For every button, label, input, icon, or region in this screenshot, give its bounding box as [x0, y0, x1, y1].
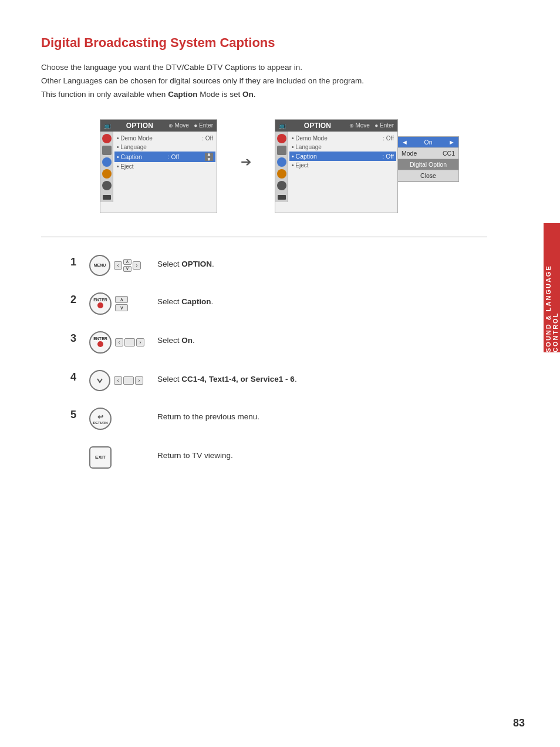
dpad-1: ‹ ∧ ∨ ›	[114, 259, 141, 272]
osd-right-icon: 📺	[279, 122, 286, 129]
enter-dot-2	[97, 302, 103, 308]
step-1-buttons: MENU ‹ ∧ ∨ ›	[89, 255, 148, 276]
popup-digital-option-btn[interactable]: Digital Option	[398, 159, 458, 170]
step-2: 2 ENTER ∧ ∨ Select Caption.	[70, 292, 487, 315]
step-exit-text: Return to TV viewing.	[157, 446, 233, 462]
step-1-text: Select OPTION.	[157, 255, 214, 270]
osd-arrow: ➔	[235, 154, 257, 170]
osd-right-icon-1	[277, 134, 286, 143]
steps-section: 1 MENU ‹ ∧ ∨ › Select OPTION. 2	[41, 255, 487, 469]
osd-right-icon-4	[277, 169, 286, 179]
osd-right-header: 📺 OPTION ⊕ Move ● Enter	[275, 120, 397, 132]
dpad-right-3[interactable]: ›	[136, 338, 144, 346]
desc-line-3: This function in only available when Cap…	[41, 90, 255, 99]
popup-on-row: ◄ On ►	[398, 137, 458, 148]
enter-button-2[interactable]: ENTER	[89, 292, 112, 315]
down-icon	[94, 375, 106, 386]
step-1: 1 MENU ‹ ∧ ∨ › Select OPTION.	[70, 255, 487, 276]
osd-right: 📺 OPTION ⊕ Move ● Enter • Demo	[275, 119, 398, 213]
page-title: Digital Broadcasting System Captions	[41, 35, 487, 51]
description: Choose the language you want the DTV/Cab…	[41, 61, 487, 102]
osd-right-body: • Demo Mode : Off • Language • Caption :…	[275, 132, 397, 202]
osd-icon-4	[102, 169, 112, 179]
step-1-number: 1	[70, 256, 80, 268]
osd-right-row-1: • Demo Mode : Off	[292, 134, 394, 143]
osd-right-title: OPTION	[304, 122, 331, 130]
step-5-text: Return to the previous menu.	[157, 408, 259, 423]
section-divider	[41, 237, 487, 237]
enter-label-3: ENTER	[93, 337, 107, 341]
osd-right-icon-6	[278, 195, 286, 200]
dpad-left-3[interactable]: ‹	[115, 338, 123, 346]
dpad-down-2[interactable]: ∨	[115, 304, 128, 311]
step-5-buttons: ↩ RETURN	[89, 408, 148, 430]
osd-row-2: • Language	[117, 143, 213, 152]
popup-close-btn[interactable]: Close	[398, 170, 458, 181]
step-4-number: 4	[70, 371, 80, 383]
osd-right-row-3: • Caption : Off	[289, 152, 396, 161]
dpad-center-4	[123, 376, 134, 385]
return-button[interactable]: ↩ RETURN	[89, 408, 112, 430]
exit-button[interactable]: EXIT	[89, 446, 112, 469]
popup-left-arrow: ◄	[402, 139, 408, 146]
popup-right-arrow: ►	[448, 139, 455, 146]
dpad-left-4[interactable]: ‹	[114, 376, 122, 385]
osd-icon-3	[102, 157, 112, 167]
osd-icon-6	[103, 195, 111, 200]
dpad-down[interactable]: ∨	[123, 266, 131, 272]
osd-right-icon-5	[277, 181, 286, 190]
enter-button-3[interactable]: ENTER	[89, 331, 112, 354]
dpad-v-2: ∧ ∨	[115, 296, 128, 311]
popup-mode-label: Mode	[402, 150, 417, 157]
rect-button-4[interactable]	[89, 370, 110, 391]
dpad-3: ‹ ›	[115, 338, 144, 346]
step-4-buttons: ‹ ›	[89, 370, 148, 391]
enter-label-2: ENTER	[93, 298, 107, 302]
step-exit-buttons: EXIT	[89, 446, 148, 469]
step-4: 4 ‹ › Select CC1-4, Text1-4, or Service1…	[70, 370, 487, 391]
dpad-right[interactable]: ›	[133, 261, 141, 270]
osd-left-nav: ⊕ Move ● Enter	[168, 122, 213, 129]
dpad-4: ‹ ›	[114, 376, 143, 385]
osd-right-icon-3	[277, 157, 286, 167]
exit-label: EXIT	[95, 455, 106, 460]
osd-popup: ◄ On ► Mode CC1 Digital Option Close	[397, 136, 459, 182]
dpad-up[interactable]: ∧	[123, 259, 131, 265]
menu-button[interactable]: MENU	[89, 255, 110, 276]
step-3-text: Select On.	[157, 331, 195, 346]
sidebar-tab-label: SOUND & LANGUAGE CONTROL	[545, 223, 559, 352]
osd-row-1: • Demo Mode : Off	[117, 134, 213, 143]
step-5: 5 ↩ RETURN Return to the previous menu.	[70, 408, 487, 430]
osd-left-header: 📺 OPTION ⊕ Move ● Enter	[100, 120, 217, 132]
enter-dot-3	[97, 341, 103, 347]
right-sidebar-tab: SOUND & LANGUAGE CONTROL	[544, 223, 560, 352]
osd-left-sidebar	[100, 132, 113, 202]
step-3-buttons: ENTER ‹ ›	[89, 331, 148, 354]
osd-right-main: • Demo Mode : Off • Language • Caption :…	[288, 132, 397, 202]
return-icon: ↩	[97, 413, 103, 421]
dpad-up-2[interactable]: ∧	[115, 296, 128, 303]
osd-scroll-btn[interactable]: ▲▼	[205, 153, 213, 161]
osd-left-body: • Demo Mode : Off • Language • Caption :…	[100, 132, 217, 202]
step-3-number: 3	[70, 332, 80, 345]
osd-left-icon: 📺	[104, 122, 111, 129]
popup-mode-value: CC1	[443, 150, 455, 157]
osd-right-nav: ⊕ Move ● Enter	[349, 122, 394, 129]
desc-line-1: Choose the language you want the DTV/Cab…	[41, 63, 302, 72]
osd-icon-1	[102, 134, 112, 143]
dpad-right-4[interactable]: ›	[135, 376, 143, 385]
step-2-number: 2	[70, 294, 80, 306]
desc-line-2: Other Languages can be chosen for digita…	[41, 76, 364, 85]
osd-row-3: • Caption : Off ▲▼	[114, 152, 215, 162]
osd-right-row-4: • Eject	[292, 161, 394, 170]
osd-left: 📺 OPTION ⊕ Move ● Enter • Demo	[100, 119, 217, 213]
step-2-text: Select Caption.	[157, 292, 213, 308]
osd-icon-2	[102, 146, 112, 155]
page-number: 83	[513, 717, 525, 729]
step-exit: 6 EXIT Return to TV viewing.	[70, 446, 487, 469]
osd-section: 📺 OPTION ⊕ Move ● Enter • Demo	[41, 119, 487, 213]
step-5-number: 5	[70, 409, 80, 421]
dpad-left[interactable]: ‹	[114, 261, 122, 270]
osd-left-main: • Demo Mode : Off • Language • Caption :…	[113, 132, 217, 202]
popup-mode-row: Mode CC1	[398, 148, 458, 159]
